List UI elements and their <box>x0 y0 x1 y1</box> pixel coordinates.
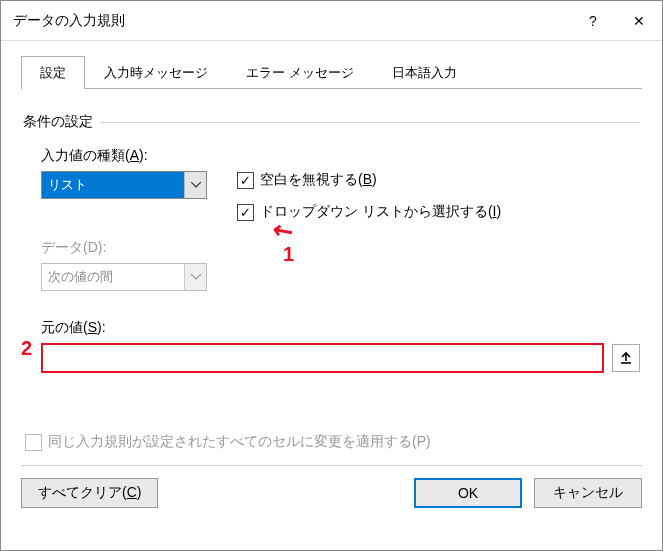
chevron-down-icon <box>184 172 206 198</box>
checkbox-checked-icon: ✓ <box>237 172 254 189</box>
validation-criteria-section: 条件の設定 入力値の種類(A): リスト ✓ 空白を無視する(B) ✓ ドロップ… <box>21 113 642 451</box>
close-button[interactable]: ✕ <box>616 1 662 41</box>
collapse-icon <box>619 350 633 367</box>
data-dropdown: 次の値の間 <box>41 263 207 291</box>
ok-button[interactable]: OK <box>414 478 522 508</box>
dialog-button-row: すべてクリア(C) OK キャンセル <box>1 466 662 522</box>
title-bar: データの入力規則 ? ✕ <box>1 1 662 41</box>
window-title: データの入力規則 <box>13 12 570 30</box>
cancel-button[interactable]: キャンセル <box>534 478 642 508</box>
checkbox-unchecked-icon <box>25 434 42 451</box>
help-icon: ? <box>589 13 597 29</box>
data-dropdown-value: 次の値の間 <box>42 264 184 290</box>
checkbox-checked-icon: ✓ <box>237 204 254 221</box>
allow-dropdown-value: リスト <box>42 172 184 198</box>
close-icon: ✕ <box>633 13 645 29</box>
tab-ime-mode[interactable]: 日本語入力 <box>373 56 476 89</box>
data-label: データ(D): <box>41 239 106 255</box>
in-cell-dropdown-check[interactable]: ✓ ドロップダウン リストから選択する(I) <box>237 203 501 221</box>
help-button[interactable]: ? <box>570 1 616 41</box>
source-label: 元の値(S): <box>41 319 106 335</box>
annotation-2: 2 <box>21 337 32 360</box>
apply-to-all-check: 同じ入力規則が設定されたすべてのセルに変更を適用する(P) <box>25 433 431 451</box>
apply-to-all-label: 同じ入力規則が設定されたすべてのセルに変更を適用する(P) <box>48 433 431 451</box>
tab-input-message[interactable]: 入力時メッセージ <box>85 56 227 89</box>
chevron-down-icon <box>184 264 206 290</box>
collapse-dialog-button[interactable] <box>612 344 640 372</box>
ignore-blank-check[interactable]: ✓ 空白を無視する(B) <box>237 171 501 189</box>
allow-label: 入力値の種類(A): <box>41 147 148 163</box>
tab-error-alert[interactable]: エラー メッセージ <box>227 56 373 89</box>
source-input[interactable] <box>41 343 604 373</box>
allow-dropdown[interactable]: リスト <box>41 171 207 199</box>
tab-settings[interactable]: 設定 <box>21 56 85 89</box>
tab-bar: 設定 入力時メッセージ エラー メッセージ 日本語入力 <box>21 55 642 89</box>
clear-all-button[interactable]: すべてクリア(C) <box>21 478 158 508</box>
section-legend: 条件の設定 <box>23 113 640 131</box>
